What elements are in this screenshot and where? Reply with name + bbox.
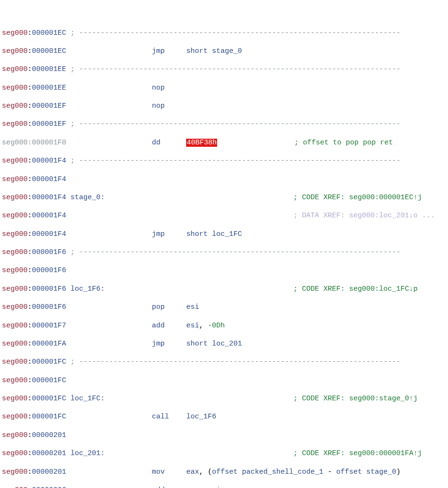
symbol-ref[interactable]: loc_1F6: [186, 413, 216, 421]
disassembly-listing[interactable]: seg000:000001EC ; ----------------------…: [2, 29, 446, 488]
asm-line[interactable]: seg000:000001FC call loc_1F6: [2, 412, 446, 421]
asm-line[interactable]: seg000:00000206 add eax, esi: [2, 486, 446, 488]
asm-line[interactable]: seg000:000001F6 pop esi: [2, 303, 446, 312]
mnemonic: jmp: [152, 47, 165, 55]
register: eax: [186, 486, 199, 488]
asm-line[interactable]: seg000:000001FA jmp short loc_201: [2, 339, 446, 348]
mnemonic: nop: [152, 84, 165, 92]
symbol-ref[interactable]: loc_1FC:: [70, 395, 105, 403]
asm-line[interactable]: seg000:000001F4: [2, 175, 446, 184]
symbol-ref[interactable]: loc_201: [212, 340, 242, 348]
asm-line[interactable]: seg000:000001F4 ; ----------------------…: [2, 156, 446, 165]
asm-line[interactable]: seg000:000001EE nop: [2, 83, 446, 92]
register: esi: [186, 322, 199, 330]
mnemonic: mov: [152, 468, 165, 476]
comment: ; offset to pop pop ret: [294, 139, 393, 147]
xref-comment[interactable]: ; CODE XREF: seg000:000001FA↑j: [293, 449, 422, 458]
register: esi: [186, 303, 199, 311]
asm-line[interactable]: seg000:000001F6 loc_1F6: ; CODE XREF: se…: [2, 285, 446, 294]
asm-line[interactable]: seg000:000001EE ; ----------------------…: [2, 65, 446, 74]
symbol-ref[interactable]: stage_0: [212, 47, 242, 55]
mnemonic: dd: [152, 139, 160, 147]
symbol-ref[interactable]: packed_shell_code_1: [242, 468, 323, 476]
xref-comment[interactable]: ; DATA XREF: seg000:loc_201↓o ...: [293, 212, 435, 220]
register: eax: [186, 468, 199, 476]
asm-line[interactable]: seg000:000001F0 dd 40BF38h ; offset to p…: [2, 138, 446, 147]
mnemonic: add: [152, 486, 165, 488]
asm-line[interactable]: seg000:000001EC ; ----------------------…: [2, 29, 446, 38]
mnemonic: add: [152, 322, 165, 330]
mnemonic: call: [152, 413, 169, 421]
xref-comment[interactable]: ; CODE XREF: seg000:000001EC↑j: [293, 193, 422, 202]
xref-comment[interactable]: ; CODE XREF: seg000:stage_0↑j: [293, 395, 418, 403]
asm-line[interactable]: seg000:000001EC jmp short stage_0: [2, 47, 446, 56]
asm-line[interactable]: seg000:000001F4 stage_0: ; CODE XREF: se…: [2, 193, 446, 202]
symbol-ref[interactable]: loc_1F6:: [70, 285, 105, 293]
mnemonic: nop: [152, 102, 165, 110]
mnemonic: jmp: [152, 340, 165, 348]
asm-line[interactable]: seg000:000001F4 jmp short loc_1FC: [2, 230, 446, 239]
symbol-ref[interactable]: stage_0:: [70, 193, 105, 202]
symbol-ref[interactable]: loc_201:: [70, 449, 105, 458]
asm-line[interactable]: seg000:000001FC loc_1FC: ; CODE XREF: se…: [2, 394, 446, 403]
asm-line[interactable]: seg000:00000201 loc_201: ; CODE XREF: se…: [2, 449, 446, 458]
asm-line[interactable]: seg000:000001FC: [2, 376, 446, 385]
asm-line[interactable]: seg000:000001EF ; ----------------------…: [2, 120, 446, 129]
asm-line[interactable]: seg000:000001EF nop: [2, 102, 446, 111]
mnemonic: jmp: [152, 230, 165, 238]
immediate: -0Dh: [208, 322, 225, 330]
asm-line[interactable]: seg000:00000201: [2, 431, 446, 440]
asm-line[interactable]: seg000:000001F4 ; DATA XREF: seg000:loc_…: [2, 211, 446, 220]
symbol-ref[interactable]: stage_0: [366, 468, 396, 476]
highlighted-value[interactable]: 40BF38h: [186, 139, 217, 147]
mnemonic: pop: [152, 303, 165, 311]
symbol-ref[interactable]: loc_1FC: [212, 230, 242, 238]
asm-line[interactable]: seg000:000001F6: [2, 266, 446, 275]
asm-line[interactable]: seg000:00000201 mov eax, (offset packed_…: [2, 468, 446, 477]
xref-comment[interactable]: ; CODE XREF: seg000:loc_1FC↓p: [293, 285, 418, 293]
register: esi: [208, 486, 220, 488]
asm-line[interactable]: seg000:000001FC ; ----------------------…: [2, 357, 446, 366]
asm-line[interactable]: seg000:000001F6 ; ----------------------…: [2, 248, 446, 257]
asm-line[interactable]: seg000:000001F7 add esi, -0Dh: [2, 321, 446, 330]
